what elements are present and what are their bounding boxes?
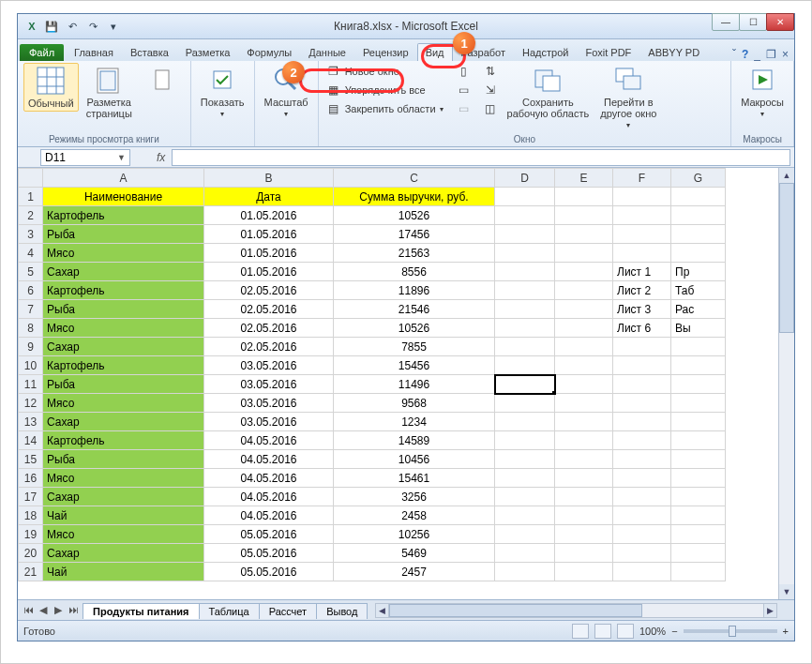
cell[interactable] xyxy=(495,206,555,225)
cell[interactable]: Мясо xyxy=(43,525,204,544)
cell[interactable]: 02.05.2016 xyxy=(204,281,334,300)
cell[interactable]: 11496 xyxy=(334,375,495,394)
cell[interactable] xyxy=(555,338,613,356)
row-header[interactable]: 7 xyxy=(19,300,43,319)
cell[interactable] xyxy=(555,356,613,375)
ribbon-tab[interactable]: Разметка xyxy=(177,43,239,61)
cell[interactable]: Наименование xyxy=(43,188,204,206)
prev-sheet-icon[interactable]: ◀ xyxy=(37,604,50,616)
cell[interactable]: 03.05.2016 xyxy=(204,375,334,394)
cell[interactable] xyxy=(613,225,671,244)
ribbon-tab[interactable]: Вставка xyxy=(122,43,177,61)
cell[interactable] xyxy=(555,263,613,281)
cell[interactable]: 02.05.2016 xyxy=(204,338,334,356)
cell[interactable]: 21563 xyxy=(334,244,495,263)
cell[interactable] xyxy=(613,375,671,394)
cell[interactable] xyxy=(495,450,555,469)
cell[interactable] xyxy=(671,338,726,356)
col-header[interactable]: C xyxy=(334,169,495,188)
cell[interactable]: 9568 xyxy=(334,394,495,413)
ribbon-tab[interactable]: Главная xyxy=(66,43,122,61)
cell[interactable]: 03.05.2016 xyxy=(204,356,334,375)
sync-scroll-button[interactable]: ⇅ xyxy=(481,63,500,80)
cell[interactable] xyxy=(555,244,613,263)
cell[interactable]: 3256 xyxy=(334,488,495,506)
cell[interactable]: Дата xyxy=(204,188,334,206)
cell[interactable] xyxy=(613,244,671,263)
cell[interactable] xyxy=(613,431,671,450)
col-header[interactable]: E xyxy=(555,169,613,188)
cell[interactable]: Таб xyxy=(671,281,726,300)
scroll-thumb[interactable] xyxy=(779,183,794,333)
name-box[interactable]: D11 ▼ xyxy=(40,149,130,166)
cell[interactable]: 10256 xyxy=(334,525,495,544)
cell[interactable] xyxy=(555,469,613,488)
sheet-tab[interactable]: Вывод xyxy=(316,603,368,619)
cell[interactable]: Картофель xyxy=(43,281,204,300)
col-header[interactable]: B xyxy=(204,169,334,188)
cell[interactable] xyxy=(671,206,726,225)
formula-input[interactable] xyxy=(172,149,790,166)
cell[interactable]: Картофель xyxy=(43,431,204,450)
cell[interactable] xyxy=(555,413,613,431)
page-layout-button[interactable]: Разметка страницы xyxy=(83,63,136,121)
cell[interactable]: 5469 xyxy=(334,544,495,563)
cell[interactable]: 04.05.2016 xyxy=(204,506,334,525)
cell[interactable] xyxy=(495,544,555,563)
row-header[interactable]: 12 xyxy=(19,394,43,413)
cell[interactable]: Пр xyxy=(671,263,726,281)
sheet-tab[interactable]: Рассчет xyxy=(259,603,318,619)
cell[interactable] xyxy=(495,525,555,544)
row-header[interactable]: 5 xyxy=(19,263,43,281)
cell[interactable] xyxy=(555,206,613,225)
cell[interactable]: 04.05.2016 xyxy=(204,488,334,506)
cell[interactable] xyxy=(613,413,671,431)
cell[interactable] xyxy=(671,188,726,206)
cell[interactable] xyxy=(613,338,671,356)
cell[interactable]: Сахар xyxy=(43,488,204,506)
ribbon-tab[interactable]: ABBYY PD xyxy=(639,43,708,61)
cell[interactable]: Чай xyxy=(43,506,204,525)
cell[interactable] xyxy=(495,563,555,581)
first-sheet-icon[interactable]: ⏮ xyxy=(22,604,35,616)
cell[interactable]: Сумма выручки, руб. xyxy=(334,188,495,206)
qat-save-icon[interactable]: 💾 xyxy=(42,17,61,36)
ribbon-tab[interactable]: Надстрой xyxy=(514,43,577,61)
cell[interactable] xyxy=(555,563,613,581)
cell[interactable] xyxy=(555,544,613,563)
scroll-thumb[interactable] xyxy=(389,604,642,617)
maximize-button[interactable]: ☐ xyxy=(739,13,767,31)
freeze-panes-button[interactable]: ▤ Закрепить области ▾ xyxy=(324,100,445,117)
mdi-close-icon[interactable]: × xyxy=(782,48,789,61)
cell[interactable] xyxy=(555,375,613,394)
cell[interactable] xyxy=(671,450,726,469)
row-header[interactable]: 18 xyxy=(19,506,43,525)
cell[interactable] xyxy=(495,394,555,413)
cell[interactable]: 15461 xyxy=(334,469,495,488)
cell[interactable] xyxy=(555,450,613,469)
cell[interactable]: 7855 xyxy=(334,338,495,356)
ribbon-tab[interactable]: Foxit PDF xyxy=(577,43,639,61)
ribbon-tab[interactable]: Вид xyxy=(417,43,453,61)
cell[interactable] xyxy=(671,488,726,506)
cell[interactable]: 05.05.2016 xyxy=(204,563,334,581)
show-button[interactable]: Показать ▾ xyxy=(197,63,248,120)
cell[interactable] xyxy=(671,431,726,450)
row-header[interactable]: 6 xyxy=(19,281,43,300)
cell[interactable]: Мясо xyxy=(43,469,204,488)
mdi-restore-icon[interactable]: ❐ xyxy=(766,48,776,61)
cell[interactable] xyxy=(613,469,671,488)
cell[interactable]: Лист 2 xyxy=(613,281,671,300)
cell[interactable]: Лист 3 xyxy=(613,300,671,319)
ribbon-tab[interactable]: Формулы xyxy=(238,43,300,61)
cell[interactable]: 02.05.2016 xyxy=(204,300,334,319)
cell[interactable] xyxy=(613,544,671,563)
compare-button[interactable]: ◫ xyxy=(481,100,500,117)
cell[interactable]: 03.05.2016 xyxy=(204,413,334,431)
cell[interactable]: 1234 xyxy=(334,413,495,431)
cell[interactable] xyxy=(495,431,555,450)
cell[interactable]: 8556 xyxy=(334,263,495,281)
cell[interactable]: Мясо xyxy=(43,319,204,338)
cell[interactable]: Лист 6 xyxy=(613,319,671,338)
cell[interactable]: Картофель xyxy=(43,356,204,375)
